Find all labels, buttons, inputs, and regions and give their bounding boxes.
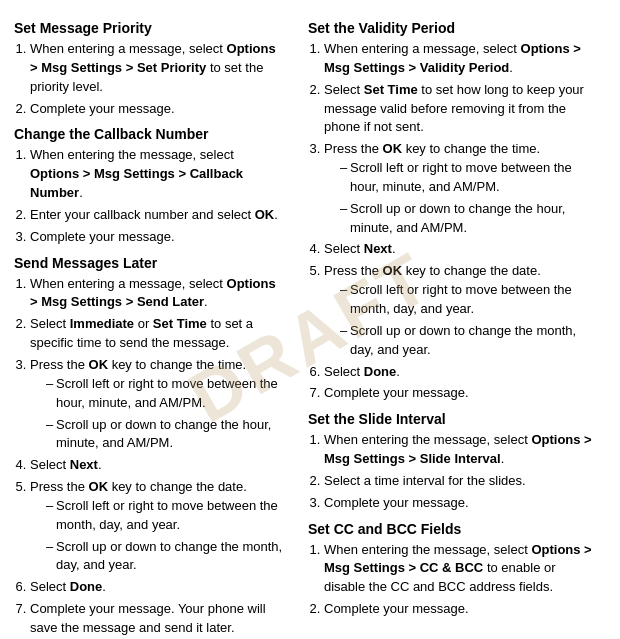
bold-text: Next <box>364 241 392 256</box>
list-item: Press the OK key to change the time. Scr… <box>324 140 596 237</box>
sublist: Scroll left or right to move between the… <box>46 375 286 453</box>
sublist: Scroll left or right to move between the… <box>46 497 286 575</box>
list-item: Select Done. <box>30 578 286 597</box>
list-item: When entering a message, select Options … <box>30 40 286 97</box>
list-item: Scroll up or down to change the hour, mi… <box>340 200 596 238</box>
cc-bcc-list: When entering the message, select Option… <box>324 541 596 619</box>
list-item: Complete your message. <box>30 100 286 119</box>
list-item: Scroll left or right to move between the… <box>46 375 286 413</box>
list-item: Select Set Time to set how long to keep … <box>324 81 596 138</box>
content-area: Set Message Priority When entering a mes… <box>0 10 620 639</box>
sublist: Scroll left or right to move between the… <box>340 159 596 237</box>
section-title-validity-period: Set the Validity Period <box>308 20 596 36</box>
bold-text: Set Time <box>364 82 418 97</box>
list-item: Press the OK key to change the time. Scr… <box>30 356 286 453</box>
page-container: DRAFT Set Message Priority When entering… <box>0 0 620 639</box>
list-item: Scroll up or down to change the hour, mi… <box>46 416 286 454</box>
bold-text: Options > Msg Settings > Slide Interval <box>324 432 592 466</box>
bold-text: OK <box>383 263 403 278</box>
list-item: Select Done. <box>324 363 596 382</box>
bold-text: Options > Msg Settings > Send Later <box>30 276 276 310</box>
section-title-send-messages-later: Send Messages Later <box>14 255 286 271</box>
validity-period-list: When entering a message, select Options … <box>324 40 596 403</box>
right-column: Set the Validity Period When entering a … <box>300 14 610 639</box>
left-column: Set Message Priority When entering a mes… <box>0 14 300 639</box>
list-item: Select Next. <box>324 240 596 259</box>
list-item: Enter your callback number and select OK… <box>30 206 286 225</box>
sublist: Scroll left or right to move between the… <box>340 281 596 359</box>
bold-text: OK <box>383 141 403 156</box>
bold-text: Next <box>70 457 98 472</box>
slide-interval-list: When entering the message, select Option… <box>324 431 596 512</box>
bold-text: Options > Msg Settings > Validity Period <box>324 41 581 75</box>
list-item: Complete your message. <box>324 494 596 513</box>
bold-text: Done <box>364 364 397 379</box>
bold-text: Options > Msg Settings > CC & BCC <box>324 542 592 576</box>
list-item: When entering a message, select Options … <box>30 275 286 313</box>
list-item: Press the OK key to change the date. Scr… <box>30 478 286 575</box>
bold-text: Immediate <box>70 316 134 331</box>
bold-text: OK <box>255 207 275 222</box>
list-item: Scroll up or down to change the month, d… <box>46 538 286 576</box>
list-item: When entering the message, select Option… <box>324 431 596 469</box>
send-messages-later-list: When entering a message, select Options … <box>30 275 286 638</box>
list-item: Complete your message. <box>324 600 596 619</box>
list-item: Scroll left or right to move between the… <box>340 159 596 197</box>
bold-text: Set Time <box>153 316 207 331</box>
bold-text: Options > Msg Settings > Set Priority <box>30 41 276 75</box>
list-item: Scroll left or right to move between the… <box>46 497 286 535</box>
list-item: When entering the message, select Option… <box>324 541 596 598</box>
bold-text: OK <box>89 479 109 494</box>
list-item: When entering a message, select Options … <box>324 40 596 78</box>
section-title-change-callback: Change the Callback Number <box>14 126 286 142</box>
list-item: Press the OK key to change the date. Scr… <box>324 262 596 359</box>
bold-text: OK <box>89 357 109 372</box>
list-item: Complete your message. <box>324 384 596 403</box>
list-item: Scroll up or down to change the month, d… <box>340 322 596 360</box>
list-item: Select a time interval for the slides. <box>324 472 596 491</box>
section-title-set-message-priority: Set Message Priority <box>14 20 286 36</box>
bold-text: Done <box>70 579 103 594</box>
change-callback-list: When entering the message, select Option… <box>30 146 286 246</box>
list-item: When entering the message, select Option… <box>30 146 286 203</box>
list-item: Complete your message. <box>30 228 286 247</box>
list-item: Select Immediate or Set Time to set a sp… <box>30 315 286 353</box>
set-message-priority-list: When entering a message, select Options … <box>30 40 286 118</box>
list-item: Select Next. <box>30 456 286 475</box>
list-item: Complete your message. Your phone will s… <box>30 600 286 638</box>
section-title-cc-bcc: Set CC and BCC Fields <box>308 521 596 537</box>
list-item: Scroll left or right to move between the… <box>340 281 596 319</box>
section-title-slide-interval: Set the Slide Interval <box>308 411 596 427</box>
bold-text: Options > Msg Settings > Callback Number <box>30 166 243 200</box>
